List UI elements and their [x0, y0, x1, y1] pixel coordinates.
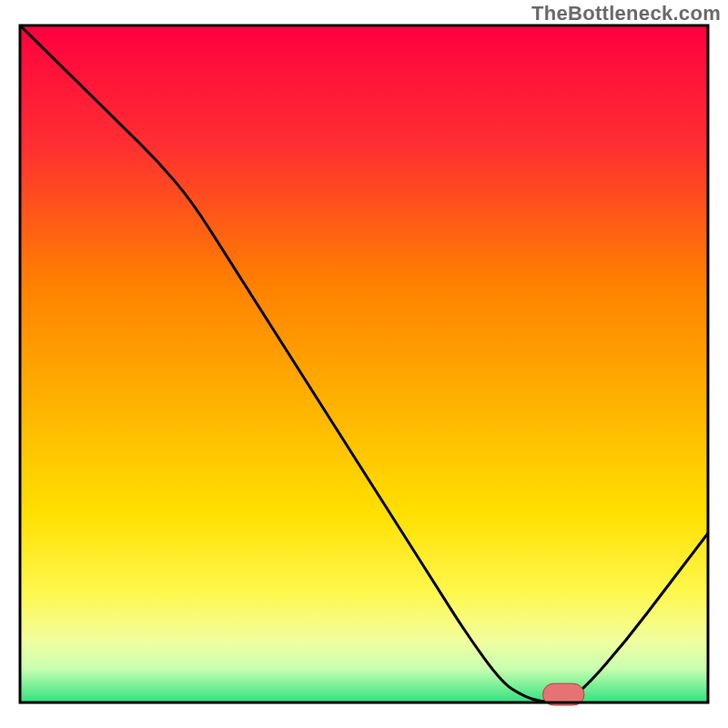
watermark-text: TheBottleneck.com: [531, 2, 721, 25]
bottleneck-chart: [0, 0, 728, 728]
chart-container: TheBottleneck.com: [0, 0, 728, 728]
